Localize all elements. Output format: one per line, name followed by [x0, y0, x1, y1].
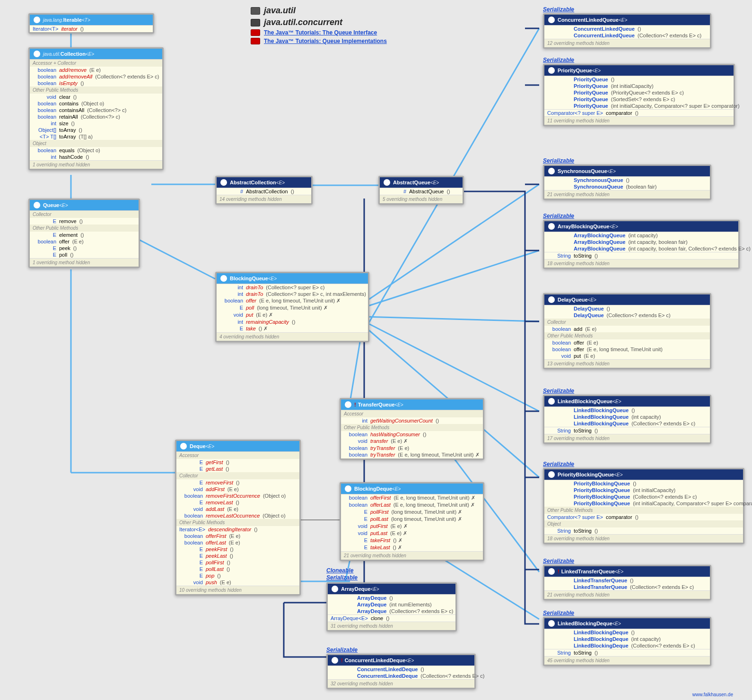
serializable-tag[interactable]: Serializable [543, 388, 574, 394]
method-row: voidpush(E e) [176, 579, 299, 586]
abstract-queue-header: AbstractQueue<E> [380, 177, 463, 188]
interface-icon [34, 202, 40, 208]
method-row: LinkedBlockingQueue(Collection<? extends… [544, 420, 710, 427]
method-row: booleanremoveFirstOccurrence(Object o) [176, 493, 299, 499]
delay-queue-box: DelayQueue<E> DelayQueue()DelayQueue(Col… [543, 293, 711, 369]
class-icon [548, 568, 555, 575]
queue-header: Queue<E> [30, 200, 139, 210]
method-row: voidaddLast(E e) [176, 506, 299, 512]
method-row: ConcurrentLinkedQueue() [544, 26, 710, 32]
method-row: voidclear() [30, 94, 162, 100]
method-row: intdrainTo(Collection<? super E> c, int … [217, 291, 368, 297]
priority-queue-box: PriorityQueue<E> PriorityQueue()Priority… [543, 64, 735, 126]
method-row: ArrayBlockingQueue(int capacity, boolean… [544, 239, 738, 245]
method-row: booleancontains(Object o) [30, 100, 162, 107]
serializable-tag[interactable]: Serializable [326, 647, 358, 653]
method-row: #AbstractQueue() [380, 188, 463, 195]
collection-box: java.util.Collection<E> Accessor + Colle… [28, 47, 164, 170]
method-row: PriorityBlockingQueue(int initialCapacit… [544, 487, 743, 493]
method-row: PriorityBlockingQueue(Collection<? exten… [544, 493, 743, 500]
method-row: Object[]toArray() [30, 127, 162, 133]
method-row: booleanofferLast(E e, long timeout, Time… [341, 501, 483, 509]
interface-icon [34, 51, 40, 57]
method-row: StringtoString() [544, 252, 738, 259]
method-row: Eremove() [30, 218, 139, 225]
concurrent-linked-queue-box: ConcurrentLinkedQueue<E> ConcurrentLinke… [543, 13, 711, 49]
serializable-tag[interactable]: Serializable [543, 213, 574, 219]
credit-link[interactable]: www.falkhausen.de [692, 692, 733, 697]
method-row: booleantryTransfer(E e, long timeout, Ti… [341, 451, 483, 458]
serializable-tag[interactable]: Serializable [326, 574, 358, 581]
queue-box: Queue<E> Collector Eremove() Other Publi… [28, 199, 140, 268]
method-row: booleanofferFirst(E e) [176, 533, 299, 539]
class-icon [548, 296, 555, 303]
method-row: LinkedBlockingDeque(Collection<? extends… [544, 642, 710, 649]
method-row: SynchronousQueue(boolean fair) [544, 183, 710, 190]
method-row: Epoll(long timeout, TimeUnit unit) ✗ [217, 304, 368, 311]
method-row: EpollFirst(long timeout, TimeUnit unit) … [341, 509, 483, 516]
method-row: intsize() [30, 120, 162, 127]
package-icon [251, 7, 260, 15]
class-icon [548, 168, 555, 174]
tutorial-link-queue-interface[interactable]: The Java™ Tutorials: The Queue Interface [264, 29, 377, 36]
serializable-tag[interactable]: Serializable [543, 558, 574, 564]
abstract-collection-box: AbstractCollection<E> #AbstractCollectio… [215, 176, 313, 205]
method-row: Eelement() [30, 232, 139, 238]
cloneable-tag[interactable]: Cloneable [326, 567, 353, 574]
method-row: EpollFirst() [176, 559, 299, 566]
method-row: PriorityQueue() [544, 76, 734, 83]
deque-box: Deque<E> Accessor EgetFirst()EgetLast() … [175, 440, 301, 596]
method-row: LinkedBlockingDeque() [544, 629, 710, 636]
method-row: Iterator<E>descendingIterator() [176, 526, 299, 533]
method-row: booleanoffer(E e) [544, 339, 710, 346]
package-icon [251, 19, 260, 26]
method-row: StringtoString() [544, 527, 743, 534]
method-row: booleanhasWaitingConsumer() [341, 431, 483, 438]
pkg-java-util: java.util [264, 6, 296, 16]
array-deque-header: ArrayDeque<E> [328, 584, 455, 594]
method-row: booleanofferFirst(E e, long timeout, Tim… [341, 494, 483, 501]
method-row: StringtoString() [544, 427, 710, 434]
method-row: voidputLast(E e) ✗ [341, 530, 483, 537]
method-row: PriorityQueue(int initialCapacity, Compa… [544, 103, 734, 109]
method-row: #AbstractCollection() [217, 188, 311, 195]
concurrent-linked-deque-header: !ConcurrentLinkedDeque<E> [328, 655, 474, 665]
method-row: LinkedTransferQueue() [544, 577, 710, 584]
method-row: booleanisEmpty() [30, 80, 162, 86]
class-icon [548, 398, 555, 405]
serializable-tag[interactable]: Serializable [543, 461, 574, 467]
class-icon [548, 17, 555, 23]
collection-header: java.util.Collection<E> [30, 49, 162, 59]
method-row: PriorityBlockingQueue(int initialCapacit… [544, 500, 743, 507]
method-row: booleanoffer(E e, long timeout, TimeUnit… [544, 346, 710, 353]
blocking-deque-header: BlockingDeque<E> [341, 484, 483, 494]
method-row: booleanequals(Object o) [30, 147, 162, 154]
method-row: ConcurrentLinkedQueue(Collection<? exten… [544, 32, 710, 39]
array-blocking-queue-box: ArrayBlockingQueue<E> ArrayBlockingQueue… [543, 220, 740, 269]
abstract-collection-header: AbstractCollection<E> [217, 177, 311, 188]
transfer-queue-box: !TransferQueue<E> Accessor intgetWaiting… [340, 398, 484, 460]
serializable-tag[interactable]: Serializable [543, 57, 574, 63]
method-row: voidtransfer(E e) ✗ [341, 438, 483, 445]
blocking-queue-header: BlockingQueue<E> [217, 273, 368, 284]
tutorial-link-queue-implementations[interactable]: The Java™ Tutorials: Queue Implementatio… [264, 38, 387, 44]
method-row: StringtoString() [544, 649, 710, 656]
method-row: PriorityQueue(int initialCapacity) [544, 83, 734, 89]
method-row: Comparator<? super E>comparator() [544, 514, 743, 520]
method-row: ArrayDeque(int numElements) [328, 601, 455, 608]
method-row: EpollLast() [176, 566, 299, 572]
class-icon [332, 657, 338, 664]
serializable-tag[interactable]: Serializable [543, 610, 574, 616]
method-row: booleantryTransfer(E e) [341, 445, 483, 451]
synchronous-queue-box: SynchronousQueue<E> SynchronousQueue()Sy… [543, 164, 711, 200]
method-row: inthashCode() [30, 154, 162, 160]
method-row: Epeek() [30, 245, 139, 251]
method-row: booleanoffer(E e, long timeout, TimeUnit… [217, 297, 368, 304]
serializable-tag[interactable]: Serializable [543, 157, 574, 164]
linked-transfer-queue-box: !LinkedTransferQueue<E> LinkedTransferQu… [543, 565, 711, 600]
class-icon [548, 67, 555, 74]
method-row: voidputFirst(E e) ✗ [341, 523, 483, 530]
method-row: LinkedBlockingQueue(int capacity) [544, 414, 710, 420]
iterable-header: java.lang.Iterable<T> [30, 15, 153, 25]
serializable-tag[interactable]: Serializable [543, 6, 574, 13]
